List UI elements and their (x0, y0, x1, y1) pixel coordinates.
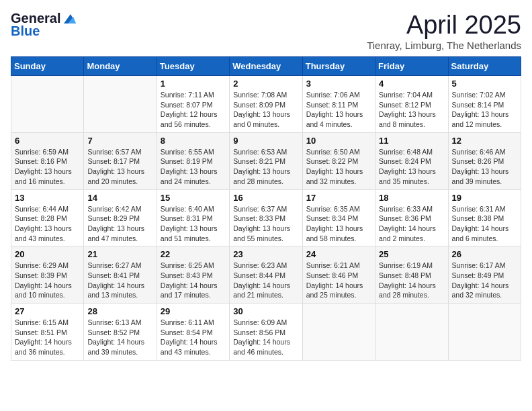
day-number: 27 (15, 306, 80, 316)
day-content: Sunrise: 6:27 AM Sunset: 8:41 PM Dayligh… (87, 261, 152, 300)
calendar-cell: 29Sunrise: 6:11 AM Sunset: 8:54 PM Dayli… (157, 304, 229, 361)
day-content: Sunrise: 6:09 AM Sunset: 8:56 PM Dayligh… (233, 318, 298, 357)
day-content: Sunrise: 6:23 AM Sunset: 8:44 PM Dayligh… (233, 261, 298, 300)
day-number: 6 (15, 136, 80, 146)
day-number: 17 (306, 193, 371, 203)
weekday-header: Friday (375, 57, 448, 76)
weekday-header: Thursday (302, 57, 375, 76)
day-number: 16 (233, 193, 298, 203)
calendar-subtitle: Tienray, Limburg, The Netherlands (367, 40, 521, 51)
day-content: Sunrise: 6:42 AM Sunset: 8:29 PM Dayligh… (87, 204, 152, 244)
day-content: Sunrise: 6:21 AM Sunset: 8:46 PM Dayligh… (306, 261, 371, 300)
calendar-cell: 8Sunrise: 6:55 AM Sunset: 8:19 PM Daylig… (157, 132, 229, 189)
day-content: Sunrise: 6:40 AM Sunset: 8:31 PM Dayligh… (161, 204, 226, 244)
day-content: Sunrise: 6:55 AM Sunset: 8:19 PM Dayligh… (161, 147, 226, 187)
day-number: 9 (233, 136, 298, 146)
calendar-table: SundayMondayTuesdayWednesdayThursdayFrid… (11, 56, 521, 361)
day-content: Sunrise: 6:44 AM Sunset: 8:28 PM Dayligh… (15, 204, 80, 244)
calendar-cell: 11Sunrise: 6:48 AM Sunset: 8:24 PM Dayli… (375, 132, 448, 189)
day-number: 21 (87, 249, 152, 259)
page-header: General Blue April 2025 Tienray, Limburg… (11, 11, 521, 51)
day-number: 19 (452, 193, 517, 203)
day-content: Sunrise: 6:48 AM Sunset: 8:24 PM Dayligh… (379, 147, 444, 187)
calendar-cell (84, 76, 157, 133)
day-content: Sunrise: 6:15 AM Sunset: 8:51 PM Dayligh… (15, 318, 80, 357)
calendar-cell: 12Sunrise: 6:46 AM Sunset: 8:26 PM Dayli… (448, 132, 521, 189)
calendar-header-row: SundayMondayTuesdayWednesdayThursdayFrid… (11, 57, 521, 76)
weekday-header: Monday (84, 57, 157, 76)
calendar-week-row: 6Sunrise: 6:59 AM Sunset: 8:16 PM Daylig… (11, 132, 521, 189)
weekday-header: Wednesday (230, 57, 302, 76)
calendar-cell: 28Sunrise: 6:13 AM Sunset: 8:52 PM Dayli… (84, 304, 157, 361)
calendar-cell: 3Sunrise: 7:06 AM Sunset: 8:11 PM Daylig… (302, 76, 375, 133)
calendar-cell: 18Sunrise: 6:33 AM Sunset: 8:36 PM Dayli… (375, 189, 448, 246)
day-number: 13 (15, 193, 80, 203)
calendar-cell: 21Sunrise: 6:27 AM Sunset: 8:41 PM Dayli… (84, 246, 157, 304)
calendar-cell: 6Sunrise: 6:59 AM Sunset: 8:16 PM Daylig… (11, 132, 84, 189)
calendar-cell: 22Sunrise: 6:25 AM Sunset: 8:43 PM Dayli… (157, 246, 229, 304)
calendar-cell: 16Sunrise: 6:37 AM Sunset: 8:33 PM Dayli… (230, 189, 302, 246)
day-number: 15 (161, 193, 226, 203)
day-number: 20 (15, 249, 80, 259)
calendar-cell: 20Sunrise: 6:29 AM Sunset: 8:39 PM Dayli… (11, 246, 84, 304)
calendar-cell: 9Sunrise: 6:53 AM Sunset: 8:21 PM Daylig… (230, 132, 302, 189)
calendar-cell: 15Sunrise: 6:40 AM Sunset: 8:31 PM Dayli… (157, 189, 229, 246)
day-content: Sunrise: 6:19 AM Sunset: 8:48 PM Dayligh… (379, 261, 444, 300)
day-content: Sunrise: 6:37 AM Sunset: 8:33 PM Dayligh… (233, 204, 298, 244)
day-content: Sunrise: 6:25 AM Sunset: 8:43 PM Dayligh… (161, 261, 226, 300)
title-section: April 2025 Tienray, Limburg, The Netherl… (367, 11, 521, 51)
day-content: Sunrise: 7:04 AM Sunset: 8:12 PM Dayligh… (379, 90, 444, 130)
day-number: 14 (87, 193, 152, 203)
logo: General Blue (11, 11, 76, 39)
day-number: 25 (379, 249, 444, 259)
day-content: Sunrise: 7:11 AM Sunset: 8:07 PM Dayligh… (161, 90, 226, 130)
calendar-cell (302, 304, 375, 361)
day-content: Sunrise: 6:29 AM Sunset: 8:39 PM Dayligh… (15, 261, 80, 300)
calendar-cell: 14Sunrise: 6:42 AM Sunset: 8:29 PM Dayli… (84, 189, 157, 246)
calendar-cell: 30Sunrise: 6:09 AM Sunset: 8:56 PM Dayli… (230, 304, 302, 361)
calendar-cell: 4Sunrise: 7:04 AM Sunset: 8:12 PM Daylig… (375, 76, 448, 133)
calendar-cell: 23Sunrise: 6:23 AM Sunset: 8:44 PM Dayli… (230, 246, 302, 304)
day-number: 11 (379, 136, 444, 146)
day-number: 18 (379, 193, 444, 203)
weekday-header: Saturday (448, 57, 521, 76)
day-number: 1 (161, 79, 226, 89)
day-content: Sunrise: 6:11 AM Sunset: 8:54 PM Dayligh… (161, 318, 226, 357)
weekday-header: Tuesday (157, 57, 229, 76)
weekday-header: Sunday (11, 57, 84, 76)
calendar-cell (448, 304, 521, 361)
calendar-cell: 17Sunrise: 6:35 AM Sunset: 8:34 PM Dayli… (302, 189, 375, 246)
day-number: 2 (233, 79, 298, 89)
calendar-cell: 1Sunrise: 7:11 AM Sunset: 8:07 PM Daylig… (157, 76, 229, 133)
day-content: Sunrise: 6:13 AM Sunset: 8:52 PM Dayligh… (87, 318, 152, 357)
day-content: Sunrise: 6:31 AM Sunset: 8:38 PM Dayligh… (452, 204, 517, 244)
calendar-cell: 7Sunrise: 6:57 AM Sunset: 8:17 PM Daylig… (84, 132, 157, 189)
calendar-week-row: 13Sunrise: 6:44 AM Sunset: 8:28 PM Dayli… (11, 189, 521, 246)
day-content: Sunrise: 6:53 AM Sunset: 8:21 PM Dayligh… (233, 147, 298, 187)
day-content: Sunrise: 6:33 AM Sunset: 8:36 PM Dayligh… (379, 204, 444, 244)
day-number: 22 (161, 249, 226, 259)
day-content: Sunrise: 6:35 AM Sunset: 8:34 PM Dayligh… (306, 204, 371, 244)
calendar-cell: 26Sunrise: 6:17 AM Sunset: 8:49 PM Dayli… (448, 246, 521, 304)
day-content: Sunrise: 7:02 AM Sunset: 8:14 PM Dayligh… (452, 90, 517, 130)
calendar-cell (375, 304, 448, 361)
day-content: Sunrise: 6:17 AM Sunset: 8:49 PM Dayligh… (452, 261, 517, 300)
calendar-cell: 13Sunrise: 6:44 AM Sunset: 8:28 PM Dayli… (11, 189, 84, 246)
calendar-cell (11, 76, 84, 133)
day-number: 30 (233, 306, 298, 316)
day-number: 8 (161, 136, 226, 146)
day-number: 29 (161, 306, 226, 316)
calendar-title: April 2025 (367, 11, 521, 40)
day-content: Sunrise: 6:59 AM Sunset: 8:16 PM Dayligh… (15, 147, 80, 187)
day-number: 4 (379, 79, 444, 89)
day-number: 5 (452, 79, 517, 89)
day-content: Sunrise: 6:50 AM Sunset: 8:22 PM Dayligh… (306, 147, 371, 187)
calendar-cell: 19Sunrise: 6:31 AM Sunset: 8:38 PM Dayli… (448, 189, 521, 246)
day-number: 12 (452, 136, 517, 146)
day-content: Sunrise: 6:57 AM Sunset: 8:17 PM Dayligh… (87, 147, 152, 187)
day-number: 24 (306, 249, 371, 259)
day-content: Sunrise: 7:08 AM Sunset: 8:09 PM Dayligh… (233, 90, 298, 130)
calendar-week-row: 1Sunrise: 7:11 AM Sunset: 8:07 PM Daylig… (11, 76, 521, 133)
calendar-cell: 5Sunrise: 7:02 AM Sunset: 8:14 PM Daylig… (448, 76, 521, 133)
calendar-week-row: 27Sunrise: 6:15 AM Sunset: 8:51 PM Dayli… (11, 304, 521, 361)
